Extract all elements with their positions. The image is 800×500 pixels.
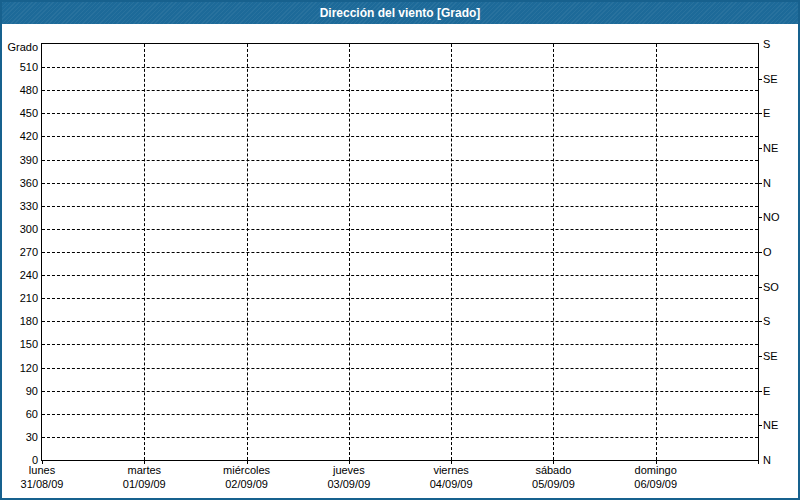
- y-axis-left-tick-label: 30: [2, 430, 38, 444]
- grid-vline: [656, 44, 657, 460]
- y-axis-left-tick-label: 210: [2, 291, 38, 305]
- y-axis-left-tick-label: 60: [2, 407, 38, 421]
- grid-vline: [349, 44, 350, 460]
- y-axis-left-tick-label: 300: [2, 222, 38, 236]
- y-axis-right-tick: [758, 356, 762, 357]
- y-axis-right-tick: [758, 183, 762, 184]
- y-axis-right-tick: [758, 425, 762, 426]
- grid-vline: [553, 44, 554, 460]
- y-axis-right-tick-label: N: [763, 176, 771, 190]
- grid-hline: [42, 252, 758, 253]
- x-axis-date-label: 04/09/09: [430, 477, 473, 491]
- grid-hline: [42, 275, 758, 276]
- y-axis-right-tick-label: SE: [763, 72, 778, 86]
- y-axis-right-tick: [758, 217, 762, 218]
- x-axis-date-label: 05/09/09: [532, 477, 575, 491]
- grid-hline: [42, 90, 758, 91]
- y-axis-left-tick-label: 450: [2, 106, 38, 120]
- x-axis-tick: [758, 460, 759, 464]
- x-axis-day-label: lunes: [29, 463, 55, 477]
- y-axis-left-tick-label: 510: [2, 60, 38, 74]
- x-axis-date-label: 01/09/09: [123, 477, 166, 491]
- grid-hline: [42, 183, 758, 184]
- y-axis-right-tick-label: SE: [763, 349, 778, 363]
- y-axis-left-tick-label: 270: [2, 245, 38, 259]
- y-axis-left-tick-label: 90: [2, 384, 38, 398]
- y-axis-right-tick: [758, 321, 762, 322]
- y-axis-left-tick-label: 330: [2, 199, 38, 213]
- x-axis-date-label: 31/08/09: [21, 477, 64, 491]
- grid-hline: [42, 391, 758, 392]
- y-axis-left-tick-label: 420: [2, 129, 38, 143]
- x-axis-day-label: martes: [127, 463, 161, 477]
- y-axis-right-tick-label: O: [763, 245, 772, 259]
- grid-hline: [42, 67, 758, 68]
- chart-window: Dirección del viento [Grado] Grado 03060…: [0, 0, 800, 500]
- y-axis-left-tick-label: 390: [2, 153, 38, 167]
- y-axis-left-tick-label: 180: [2, 314, 38, 328]
- x-axis-day-label: domingo: [635, 463, 677, 477]
- x-axis-date-label: 03/09/09: [327, 477, 370, 491]
- grid-hline: [42, 414, 758, 415]
- x-axis-date-label: 06/09/09: [634, 477, 677, 491]
- y-axis-unit-label: Grado: [2, 40, 38, 54]
- grid-hline: [42, 321, 758, 322]
- y-axis-right-tick-label: E: [763, 384, 770, 398]
- y-axis-right-tick: [758, 252, 762, 253]
- y-axis-right-tick-label: S: [763, 314, 770, 328]
- y-axis-right-tick-label: S: [763, 37, 770, 51]
- grid-hline: [42, 206, 758, 207]
- grid-vline: [451, 44, 452, 460]
- grid-vline: [144, 44, 145, 460]
- grid-hline: [42, 136, 758, 137]
- y-axis-right-tick: [758, 287, 762, 288]
- y-axis-right-tick: [758, 79, 762, 80]
- y-axis-left-tick-label: 150: [2, 337, 38, 351]
- y-axis-left-tick-label: 240: [2, 268, 38, 282]
- grid-hline: [42, 344, 758, 345]
- x-axis-date-label: 02/09/09: [225, 477, 268, 491]
- x-axis-day-label: miércoles: [223, 463, 270, 477]
- grid-hline: [42, 160, 758, 161]
- grid-hline: [42, 437, 758, 438]
- chart-title-bar: Dirección del viento [Grado]: [2, 2, 798, 24]
- grid-hline: [42, 298, 758, 299]
- y-axis-right-tick: [758, 113, 762, 114]
- chart-title: Dirección del viento [Grado]: [320, 6, 481, 20]
- y-axis-left-tick-label: 360: [2, 176, 38, 190]
- y-axis-right-tick-label: SO: [763, 280, 779, 294]
- x-axis-day-label: viernes: [433, 463, 468, 477]
- grid-hline: [42, 368, 758, 369]
- grid-hline: [42, 113, 758, 114]
- y-axis-left-tick-label: 480: [2, 83, 38, 97]
- x-axis-day-label: jueves: [333, 463, 365, 477]
- y-axis-right-tick-label: N: [763, 453, 771, 467]
- y-axis-right-tick-label: NE: [763, 418, 778, 432]
- x-axis-day-label: sábado: [535, 463, 571, 477]
- grid-hline: [42, 229, 758, 230]
- y-axis-left-tick-label: 120: [2, 361, 38, 375]
- y-axis-right-tick: [758, 391, 762, 392]
- y-axis-right-tick-label: NO: [763, 210, 780, 224]
- plot-area: Grado 0306090120150180210240270300330360…: [41, 43, 759, 461]
- grid-vline: [247, 44, 248, 460]
- y-axis-right-tick-label: E: [763, 106, 770, 120]
- y-axis-right-tick-label: NE: [763, 141, 778, 155]
- y-axis-right-tick: [758, 148, 762, 149]
